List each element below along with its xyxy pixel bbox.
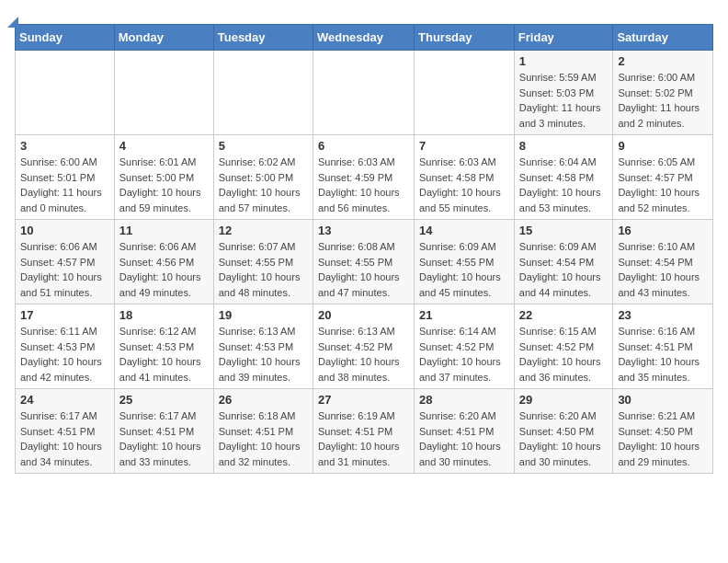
cell-detail: Sunrise: 6:07 AMSunset: 4:55 PMDaylight:… [219, 239, 308, 300]
calendar-cell-4-2: 18Sunrise: 6:12 AMSunset: 4:53 PMDayligh… [114, 304, 213, 389]
cell-detail: Sunrise: 6:03 AMSunset: 4:58 PMDaylight:… [419, 155, 509, 215]
day-number: 14 [419, 224, 509, 237]
day-number: 12 [219, 224, 308, 237]
cell-detail: Sunrise: 6:06 AMSunset: 4:56 PMDaylight:… [119, 239, 209, 300]
day-number: 3 [20, 139, 109, 153]
calendar-cell-3-4: 13Sunrise: 6:08 AMSunset: 4:55 PMDayligh… [313, 220, 414, 304]
cell-detail: Sunrise: 6:14 AMSunset: 4:52 PMDaylight:… [419, 324, 509, 385]
cell-detail: Sunrise: 6:20 AMSunset: 4:50 PMDaylight:… [519, 408, 609, 469]
calendar-cell-1-4 [313, 51, 414, 135]
day-number: 17 [20, 308, 109, 322]
day-number: 15 [519, 224, 609, 237]
calendar-cell-4-4: 20Sunrise: 6:13 AMSunset: 4:52 PMDayligh… [313, 304, 414, 389]
cell-detail: Sunrise: 6:04 AMSunset: 4:58 PMDaylight:… [519, 155, 609, 215]
day-number: 29 [519, 393, 609, 407]
calendar-cell-3-6: 15Sunrise: 6:09 AMSunset: 4:54 PMDayligh… [514, 220, 613, 304]
logo-icon [7, 17, 18, 28]
calendar-cell-2-4: 6Sunrise: 6:03 AMSunset: 4:59 PMDaylight… [313, 135, 414, 220]
calendar-cell-2-1: 3Sunrise: 6:00 AMSunset: 5:01 PMDaylight… [16, 135, 115, 220]
calendar-cell-4-7: 23Sunrise: 6:16 AMSunset: 4:51 PMDayligh… [613, 304, 713, 389]
calendar-cell-4-3: 19Sunrise: 6:13 AMSunset: 4:53 PMDayligh… [213, 304, 313, 389]
weekday-header-saturday: Saturday [613, 25, 713, 51]
day-number: 6 [318, 139, 409, 153]
cell-detail: Sunrise: 6:09 AMSunset: 4:55 PMDaylight:… [419, 239, 509, 300]
week-row-3: 10Sunrise: 6:06 AMSunset: 4:57 PMDayligh… [16, 220, 713, 304]
weekday-header-monday: Monday [114, 25, 213, 51]
calendar-cell-5-5: 28Sunrise: 6:20 AMSunset: 4:51 PMDayligh… [415, 389, 515, 474]
calendar-cell-2-3: 5Sunrise: 6:02 AMSunset: 5:00 PMDaylight… [213, 135, 313, 220]
cell-detail: Sunrise: 6:00 AMSunset: 5:01 PMDaylight:… [20, 155, 109, 215]
cell-detail: Sunrise: 6:00 AMSunset: 5:02 PMDaylight:… [618, 70, 708, 131]
calendar-cell-4-6: 22Sunrise: 6:15 AMSunset: 4:52 PMDayligh… [514, 304, 613, 389]
calendar-cell-3-5: 14Sunrise: 6:09 AMSunset: 4:55 PMDayligh… [415, 220, 515, 304]
cell-detail: Sunrise: 6:16 AMSunset: 4:51 PMDaylight:… [618, 324, 708, 385]
week-row-1: 1Sunrise: 5:59 AMSunset: 5:03 PMDaylight… [16, 51, 713, 135]
calendar-cell-2-2: 4Sunrise: 6:01 AMSunset: 5:00 PMDaylight… [114, 135, 213, 220]
cell-detail: Sunrise: 6:02 AMSunset: 5:00 PMDaylight:… [219, 155, 308, 215]
weekday-header-tuesday: Tuesday [213, 25, 313, 51]
day-number: 30 [618, 393, 708, 407]
calendar-cell-5-3: 26Sunrise: 6:18 AMSunset: 4:51 PMDayligh… [213, 389, 313, 474]
cell-detail: Sunrise: 6:12 AMSunset: 4:53 PMDaylight:… [119, 324, 209, 385]
day-number: 4 [119, 139, 209, 153]
calendar-cell-2-7: 9Sunrise: 6:05 AMSunset: 4:57 PMDaylight… [613, 135, 713, 220]
cell-detail: Sunrise: 6:17 AMSunset: 4:51 PMDaylight:… [119, 408, 209, 469]
week-row-2: 3Sunrise: 6:00 AMSunset: 5:01 PMDaylight… [16, 135, 713, 220]
calendar-cell-5-7: 30Sunrise: 6:21 AMSunset: 4:50 PMDayligh… [613, 389, 713, 474]
cell-detail: Sunrise: 6:20 AMSunset: 4:51 PMDaylight:… [419, 408, 509, 469]
calendar-cell-5-1: 24Sunrise: 6:17 AMSunset: 4:51 PMDayligh… [16, 389, 115, 474]
week-row-5: 24Sunrise: 6:17 AMSunset: 4:51 PMDayligh… [16, 389, 713, 474]
calendar-cell-2-5: 7Sunrise: 6:03 AMSunset: 4:58 PMDaylight… [415, 135, 515, 220]
day-number: 25 [119, 393, 209, 407]
day-number: 24 [20, 393, 109, 407]
calendar-cell-4-1: 17Sunrise: 6:11 AMSunset: 4:53 PMDayligh… [16, 304, 115, 389]
calendar-cell-1-2 [114, 51, 213, 135]
cell-detail: Sunrise: 6:13 AMSunset: 4:53 PMDaylight:… [219, 324, 308, 385]
day-number: 13 [318, 224, 409, 237]
calendar-cell-2-6: 8Sunrise: 6:04 AMSunset: 4:58 PMDaylight… [514, 135, 613, 220]
calendar-cell-3-2: 11Sunrise: 6:06 AMSunset: 4:56 PMDayligh… [114, 220, 213, 304]
weekday-header-friday: Friday [514, 25, 613, 51]
calendar-cell-1-6: 1Sunrise: 5:59 AMSunset: 5:03 PMDaylight… [514, 51, 613, 135]
cell-detail: Sunrise: 6:18 AMSunset: 4:51 PMDaylight:… [219, 408, 308, 469]
day-number: 8 [519, 139, 609, 153]
cell-detail: Sunrise: 6:17 AMSunset: 4:51 PMDaylight:… [20, 408, 109, 469]
day-number: 7 [419, 139, 509, 153]
day-number: 19 [219, 308, 308, 322]
day-number: 11 [119, 224, 209, 237]
day-number: 16 [618, 224, 708, 237]
cell-detail: Sunrise: 6:05 AMSunset: 4:57 PMDaylight:… [618, 155, 708, 215]
weekday-header-sunday: Sunday [16, 25, 115, 51]
day-number: 21 [419, 308, 509, 322]
calendar-cell-4-5: 21Sunrise: 6:14 AMSunset: 4:52 PMDayligh… [415, 304, 515, 389]
calendar-cell-1-5 [415, 51, 515, 135]
week-row-4: 17Sunrise: 6:11 AMSunset: 4:53 PMDayligh… [16, 304, 713, 389]
cell-detail: Sunrise: 6:01 AMSunset: 5:00 PMDaylight:… [119, 155, 209, 215]
calendar-cell-3-7: 16Sunrise: 6:10 AMSunset: 4:54 PMDayligh… [613, 220, 713, 304]
cell-detail: Sunrise: 6:09 AMSunset: 4:54 PMDaylight:… [519, 239, 609, 300]
cell-detail: Sunrise: 6:13 AMSunset: 4:52 PMDaylight:… [318, 324, 409, 385]
day-number: 20 [318, 308, 409, 322]
day-number: 26 [219, 393, 308, 407]
calendar-cell-5-2: 25Sunrise: 6:17 AMSunset: 4:51 PMDayligh… [114, 389, 213, 474]
calendar-cell-5-4: 27Sunrise: 6:19 AMSunset: 4:51 PMDayligh… [313, 389, 414, 474]
cell-detail: Sunrise: 6:03 AMSunset: 4:59 PMDaylight:… [318, 155, 409, 215]
cell-detail: Sunrise: 6:10 AMSunset: 4:54 PMDaylight:… [618, 239, 708, 300]
cell-detail: Sunrise: 5:59 AMSunset: 5:03 PMDaylight:… [519, 70, 609, 131]
day-number: 18 [119, 308, 209, 322]
day-number: 1 [519, 54, 609, 68]
weekday-header-thursday: Thursday [415, 25, 515, 51]
weekday-header-wednesday: Wednesday [313, 25, 414, 51]
calendar-cell-3-1: 10Sunrise: 6:06 AMSunset: 4:57 PMDayligh… [16, 220, 115, 304]
day-number: 5 [219, 139, 308, 153]
cell-detail: Sunrise: 6:15 AMSunset: 4:52 PMDaylight:… [519, 324, 609, 385]
calendar-cell-1-7: 2Sunrise: 6:00 AMSunset: 5:02 PMDaylight… [613, 51, 713, 135]
calendar-cell-3-3: 12Sunrise: 6:07 AMSunset: 4:55 PMDayligh… [213, 220, 313, 304]
calendar-table: SundayMondayTuesdayWednesdayThursdayFrid… [15, 24, 713, 474]
cell-detail: Sunrise: 6:11 AMSunset: 4:53 PMDaylight:… [20, 324, 109, 385]
calendar-cell-5-6: 29Sunrise: 6:20 AMSunset: 4:50 PMDayligh… [514, 389, 613, 474]
day-number: 23 [618, 308, 708, 322]
cell-detail: Sunrise: 6:06 AMSunset: 4:57 PMDaylight:… [20, 239, 109, 300]
day-number: 27 [318, 393, 409, 407]
day-number: 10 [20, 224, 109, 237]
